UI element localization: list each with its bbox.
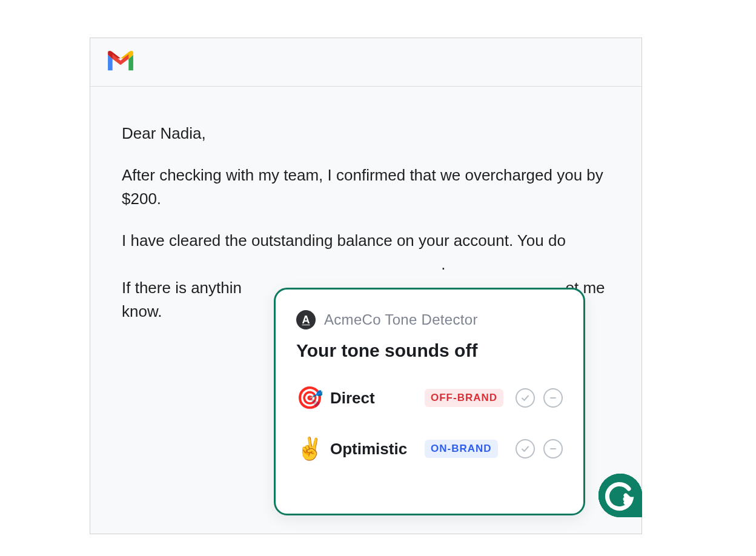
acme-brand-icon: A: [296, 310, 316, 329]
tone-label-direct: Direct: [330, 389, 425, 408]
tone-brand-name: AcmeCo Tone Detector: [324, 311, 478, 328]
tone-row-optimistic: ✌️ Optimistic ON-BRAND: [296, 436, 563, 462]
email-header: [90, 38, 642, 87]
on-brand-badge: ON-BRAND: [425, 440, 498, 458]
gmail-icon: [105, 50, 136, 75]
tone-row-actions: [516, 439, 563, 458]
tone-row-direct: 🎯 Direct OFF-BRAND: [296, 385, 563, 411]
dismiss-button[interactable]: [543, 388, 563, 408]
email-paragraph-1: After checking with my team, I confirmed…: [122, 164, 606, 211]
target-icon: 🎯: [296, 385, 330, 411]
off-brand-badge: OFF-BRAND: [425, 389, 503, 407]
victory-hand-icon: ✌️: [296, 436, 330, 462]
email-greeting: Dear Nadia,: [122, 122, 610, 145]
tone-row-actions: [516, 388, 563, 408]
tone-popup-title: Your tone sounds off: [296, 340, 563, 361]
grammarly-icon[interactable]: [598, 474, 642, 517]
tone-popup-header: A AcmeCo Tone Detector: [296, 310, 563, 329]
dismiss-button[interactable]: [543, 439, 563, 458]
tone-label-optimistic: Optimistic: [330, 440, 425, 458]
accept-button[interactable]: [516, 439, 535, 458]
tone-detector-popup: A AcmeCo Tone Detector Your tone sounds …: [274, 288, 585, 515]
accept-button[interactable]: [516, 388, 535, 408]
